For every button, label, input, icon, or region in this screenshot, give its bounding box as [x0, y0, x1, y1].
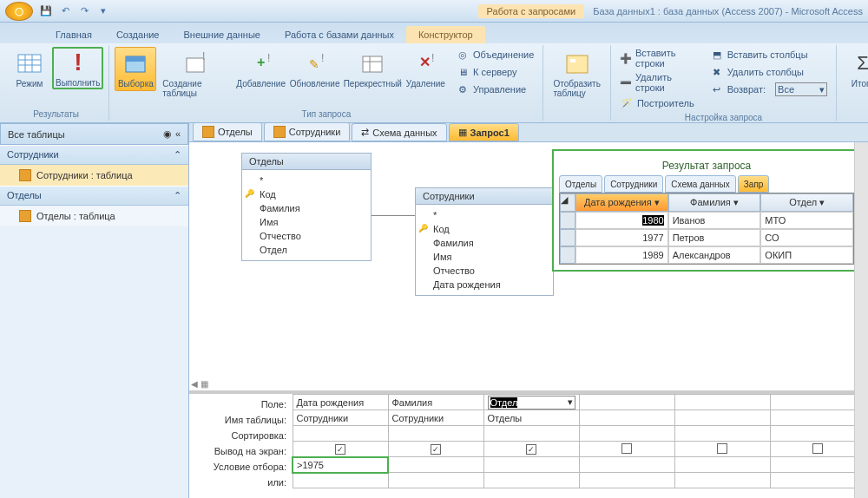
field-imya[interactable]: Имя — [416, 250, 553, 264]
field-familiya[interactable]: Фамилия — [416, 236, 553, 250]
table-box-departments[interactable]: Отделы * Код Фамилия Имя Отчество Отдел — [241, 153, 372, 261]
result-tab-3[interactable]: Схема данных — [665, 175, 736, 193]
builder-button[interactable]: 🪄Построитель — [616, 95, 698, 111]
append-button[interactable]: +! Добавление — [235, 47, 287, 91]
qcell-empty[interactable] — [770, 426, 865, 442]
nav-group-employees[interactable]: Сотрудники⌃ — [0, 145, 188, 165]
office-button[interactable]: ◯ — [5, 2, 33, 21]
cell[interactable]: Иванов — [668, 212, 761, 229]
qcell-criteria[interactable] — [483, 457, 579, 473]
field-familiya[interactable]: Фамилия — [242, 201, 371, 215]
qcell-sort[interactable] — [388, 426, 483, 442]
dropdown-icon[interactable]: ▾ — [568, 396, 573, 408]
qcell-show[interactable]: ✓ — [388, 442, 483, 457]
qcell-or[interactable] — [483, 473, 579, 488]
qcell-empty[interactable] — [579, 410, 674, 426]
query-grid-columns[interactable]: Дата рождения Фамилия Отдел▾ Сотрудники … — [292, 394, 868, 498]
doc-tab-departments[interactable]: Отделы — [193, 122, 262, 141]
tab-create[interactable]: Создание — [104, 26, 172, 43]
field-kod[interactable]: Код — [416, 222, 553, 236]
cell[interactable]: Петров — [668, 229, 761, 246]
vertical-scrollbar[interactable] — [854, 142, 868, 498]
result-tab-4[interactable]: Запр — [738, 175, 770, 193]
col-header-dept[interactable]: Отдел ▾ — [760, 193, 853, 212]
qcell-empty[interactable] — [770, 410, 865, 426]
nav-dropdown-icon[interactable]: ◉ — [163, 128, 172, 140]
checkbox-icon[interactable] — [621, 443, 632, 454]
qcell-field-active[interactable]: Отдел▾ — [483, 395, 579, 410]
field-otdel[interactable]: Отдел — [242, 243, 371, 257]
doc-tab-schema[interactable]: ⇄Схема данных — [352, 123, 446, 141]
qcell-empty[interactable] — [770, 457, 865, 473]
checkbox-icon[interactable]: ✓ — [431, 444, 441, 455]
union-button[interactable]: ◎Объединение — [452, 47, 537, 62]
result-row[interactable]: 1980 Иванов МТО — [560, 212, 853, 229]
qcell-empty[interactable] — [579, 457, 674, 473]
checkbox-icon[interactable] — [717, 443, 727, 454]
insert-rows-button[interactable]: ➕Вставить строки — [616, 47, 698, 69]
tab-external[interactable]: Внешние данные — [172, 26, 273, 43]
nav-item-departments-table[interactable]: Отделы : таблица — [0, 206, 188, 226]
result-row[interactable]: 1977 Петров СО — [560, 229, 853, 246]
tab-home[interactable]: Главная — [43, 26, 104, 43]
field-star[interactable]: * — [242, 174, 371, 187]
scroll-indicator[interactable]: ◀ ▦ — [191, 379, 208, 389]
qcell-empty[interactable] — [674, 426, 770, 442]
run-button[interactable]: ! Выполнить — [52, 47, 103, 89]
qcell-show[interactable] — [579, 442, 674, 457]
return-setting[interactable]: ↩Возврат: Все▾ — [707, 82, 831, 97]
col-header-surname[interactable]: Фамилия ▾ — [668, 193, 761, 212]
qcell-or[interactable] — [388, 473, 483, 488]
cell[interactable]: МТО — [760, 212, 853, 229]
showtable-button[interactable]: Отобразить таблицу — [549, 47, 605, 101]
update-button[interactable]: ✎! Обновление — [288, 47, 340, 91]
doc-tab-query1[interactable]: ▦Запрос1 — [449, 123, 519, 141]
crosstab-button[interactable]: Перекрестный — [343, 47, 403, 91]
qcell-table[interactable]: Отделы — [483, 410, 579, 426]
field-kod[interactable]: Код — [242, 187, 371, 201]
qcell-empty[interactable] — [674, 473, 770, 488]
result-tab-1[interactable]: Отделы — [559, 175, 602, 193]
row-selector[interactable] — [560, 229, 575, 246]
qcell-empty[interactable] — [770, 473, 865, 488]
query-design-area[interactable]: Отделы * Код Фамилия Имя Отчество Отдел … — [189, 142, 868, 394]
row-selector[interactable] — [560, 246, 575, 264]
totals-button[interactable]: Σ Итоги — [842, 47, 868, 91]
qat-dropdown-icon[interactable]: ▾ — [95, 3, 111, 19]
qcell-show[interactable]: ✓ — [483, 442, 579, 457]
qcell-field[interactable]: Дата рождения — [293, 395, 388, 410]
undo-icon[interactable]: ↶ — [57, 3, 73, 19]
nav-header[interactable]: Все таблицы ◉« — [0, 123, 188, 145]
qcell-or[interactable] — [293, 473, 388, 488]
qcell-empty[interactable] — [579, 426, 674, 442]
select-query-button[interactable]: Выборка — [115, 47, 156, 91]
tab-dbtools[interactable]: Работа с базами данных — [273, 26, 406, 43]
nav-collapse-icon[interactable]: « — [175, 128, 181, 140]
field-imya[interactable]: Имя — [242, 215, 371, 229]
checkbox-icon[interactable]: ✓ — [526, 444, 536, 455]
field-otchestvo[interactable]: Отчество — [242, 229, 371, 243]
passthrough-button[interactable]: 🖥К серверу — [452, 64, 537, 80]
delete-cols-button[interactable]: ✖Удалить столбцы — [707, 64, 831, 80]
cell[interactable]: 1989 — [575, 246, 668, 264]
cell[interactable]: Александров — [668, 246, 761, 264]
cell[interactable]: 1980 — [575, 212, 668, 229]
save-icon[interactable]: 💾 — [38, 3, 54, 19]
doc-tab-employees[interactable]: Сотрудники — [264, 122, 351, 141]
row-selector[interactable] — [560, 212, 575, 229]
qcell-criteria[interactable] — [388, 457, 483, 473]
qcell-sort[interactable] — [483, 426, 579, 442]
col-header-date[interactable]: Дата рождения ▾ — [575, 193, 668, 212]
field-datarozhdeniya[interactable]: Дата рождения — [416, 278, 553, 292]
nav-item-employees-table[interactable]: Сотрудники : таблица — [0, 165, 188, 186]
delete-rows-button[interactable]: ➖Удалить строки — [616, 71, 698, 94]
field-otchestvo[interactable]: Отчество — [416, 264, 553, 278]
cell[interactable]: ОКИП — [760, 246, 853, 264]
qcell-table[interactable]: Сотрудники — [293, 410, 388, 426]
nav-group-departments[interactable]: Отделы⌃ — [0, 186, 188, 206]
table-box-employees[interactable]: Сотрудники * Код Фамилия Имя Отчество Да… — [415, 187, 554, 296]
maketable-button[interactable]: ! Создание таблицы — [158, 47, 233, 101]
checkbox-icon[interactable] — [812, 443, 823, 454]
qcell-empty[interactable] — [579, 473, 674, 488]
qcell-empty[interactable] — [674, 395, 770, 410]
